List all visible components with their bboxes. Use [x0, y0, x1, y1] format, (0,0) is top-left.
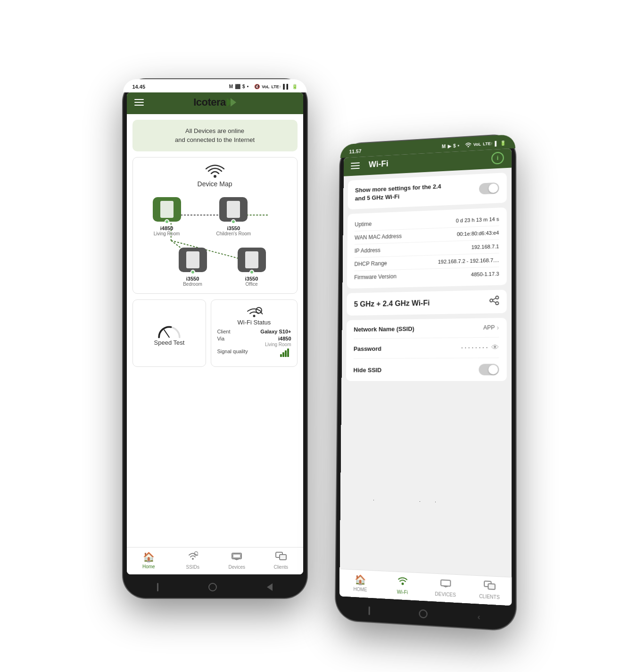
svg-line-27 [493, 298, 496, 299]
show-more-settings-text: Show more settings for the 2.4 and 5 GHz… [355, 182, 446, 203]
ssid-row[interactable]: Network Name (SSID) APP › [354, 318, 499, 339]
status-line1: All Devices are online [185, 127, 244, 134]
status-icons-right: M ▶ $ • VoL LTE↑ ▌ 🔋 [441, 139, 505, 149]
nav-devices[interactable]: Devices [215, 551, 259, 570]
hide-ssid-label: Hide SSID [353, 366, 381, 373]
nav-clients-right[interactable]: CLIENTS [467, 579, 512, 600]
info-button[interactable]: i [491, 151, 504, 164]
wan-mac-key: WAN MAC Address [354, 233, 401, 241]
svg-rect-12 [285, 350, 287, 357]
svg-point-23 [467, 146, 469, 147]
status-bar-left: 14.45 M ⬛ $ • 🔇 VoL LTE↑ ▌▌ 🔋 [123, 79, 307, 92]
hamburger-menu[interactable] [134, 99, 144, 106]
nav-ssids[interactable]: SSIDs [171, 551, 215, 570]
devices-nav-label-right: DEVICES [435, 591, 456, 597]
devices-nav-icon [231, 551, 242, 563]
broadcast-icon [206, 163, 224, 178]
eye-icon[interactable]: 👁 [491, 343, 498, 352]
time-right: 11.57 [349, 148, 361, 154]
svg-rect-13 [287, 348, 289, 357]
gesture-lines-right [368, 606, 370, 614]
wifi-search-icon [246, 306, 263, 319]
screen-right: Wi-Fi i Show more settings for the 2.4 a… [339, 148, 511, 606]
svg-point-0 [214, 175, 216, 178]
wifi-nav-label: Wi-Fi [397, 589, 407, 595]
device-info-2: i3550 Children's Room [216, 225, 251, 236]
svg-rect-11 [282, 352, 284, 357]
gesture-lines [157, 583, 158, 591]
dhcp-val: 192.168.7.2 - 192.168.7.... [438, 257, 499, 265]
wifi-nav-icon [397, 576, 407, 589]
speedometer-icon [155, 320, 183, 339]
nav-clients[interactable]: Clients [259, 551, 303, 570]
show-more-toggle[interactable] [479, 182, 499, 194]
password-value: ········ 👁 [461, 343, 499, 352]
wifi-screen-title: Wi-Fi [368, 159, 388, 169]
via-room: Living Room [265, 342, 291, 347]
password-dots: ········ [461, 343, 489, 352]
app-header-left: Icotera [127, 92, 303, 114]
firmware-key: Firmware Version [354, 273, 397, 281]
device-box-gray-2 [179, 248, 207, 272]
nav-devices-right[interactable]: DEVICES [423, 577, 467, 598]
via-device: i4850 [278, 336, 291, 341]
device-node-i3550-office: i3550 Office [238, 248, 266, 287]
screen-left: Icotera All Devices are online and conne… [127, 92, 303, 574]
device-box-green [153, 197, 181, 222]
device-info-3: i3550 Bedroom [183, 276, 202, 287]
svg-rect-18 [233, 554, 240, 558]
status-banner: All Devices are online and connected to … [132, 120, 298, 151]
device-map-label: Device Map [198, 180, 232, 188]
device-icon [160, 201, 174, 218]
signal-key: Signal quality [217, 348, 248, 359]
password-label: Password [353, 345, 381, 352]
app-logo: Icotera [193, 96, 236, 108]
signal-icon [280, 348, 291, 359]
svg-point-29 [401, 582, 404, 585]
wifi-status-card[interactable]: Wi-Fi Status Client Galaxy S10+ Via i485… [211, 299, 297, 367]
share-icon[interactable] [489, 296, 498, 308]
speed-test-card[interactable]: Speed Test [132, 299, 207, 367]
clients-nav-icon-right [483, 580, 495, 593]
ssid-label: Network Name (SSID) [354, 325, 414, 332]
wifi-settings-card: Network Name (SSID) APP › Password ·····… [346, 318, 506, 381]
home-nav-icon: 🏠 [143, 551, 155, 563]
hide-ssid-row[interactable]: Hide SSID [353, 358, 499, 381]
ssid-val-text: APP [483, 324, 495, 331]
password-row[interactable]: Password ········ 👁 [353, 338, 499, 359]
via-key: Via [217, 336, 224, 347]
ip-val: 192.168.7.1 [471, 243, 499, 250]
logo-arrows [227, 98, 236, 107]
ssids-nav-label: SSIDs [186, 564, 199, 570]
device-icon-4 [245, 251, 258, 268]
hamburger-menu-right[interactable] [350, 162, 359, 168]
svg-point-24 [496, 296, 498, 299]
phone-gestures-left [123, 578, 307, 598]
gesture-circle-right [419, 609, 427, 618]
svg-line-28 [493, 301, 496, 302]
status-icons-left: M ⬛ $ • 🔇 VoL LTE↑ ▌▌ 🔋 [229, 84, 298, 89]
nav-home[interactable]: 🏠 Home [127, 551, 171, 570]
device-node-i3550-bedroom: i3550 Bedroom [179, 248, 207, 287]
devices-nav-label: Devices [228, 564, 245, 570]
chevron-right-icon: › [496, 324, 499, 331]
hide-ssid-toggle[interactable] [479, 364, 499, 375]
wifi-content: Show more settings for the 2.4 and 5 GHz… [339, 167, 512, 577]
nav-home-right[interactable]: 🏠 HOME [339, 572, 381, 593]
svg-line-6 [164, 330, 169, 337]
client-key: Client [217, 329, 230, 334]
gesture-back [267, 583, 273, 591]
device-status-dot [165, 219, 169, 224]
uptime-key: Uptime [355, 221, 372, 228]
show-more-settings-card[interactable]: Show more settings for the 2.4 and 5 GHz… [347, 173, 506, 210]
device-info-4: i3550 Office [245, 276, 258, 287]
bottom-cards: Speed Test Wi-Fi Status [132, 299, 298, 367]
wifi-status-label: Wi-Fi Status [238, 319, 271, 326]
clients-nav-label-right: CLIENTS [479, 593, 500, 600]
home-nav-label: Home [142, 564, 155, 569]
clients-nav-label: Clients [273, 564, 288, 570]
client-value: Galaxy S10+ [260, 329, 291, 334]
svg-line-9 [261, 312, 263, 314]
info-table-card: Uptime 0 d 23 h 13 m 14 s WAN MAC Addres… [347, 207, 506, 289]
nav-wifi-right[interactable]: Wi-Fi [381, 575, 424, 596]
